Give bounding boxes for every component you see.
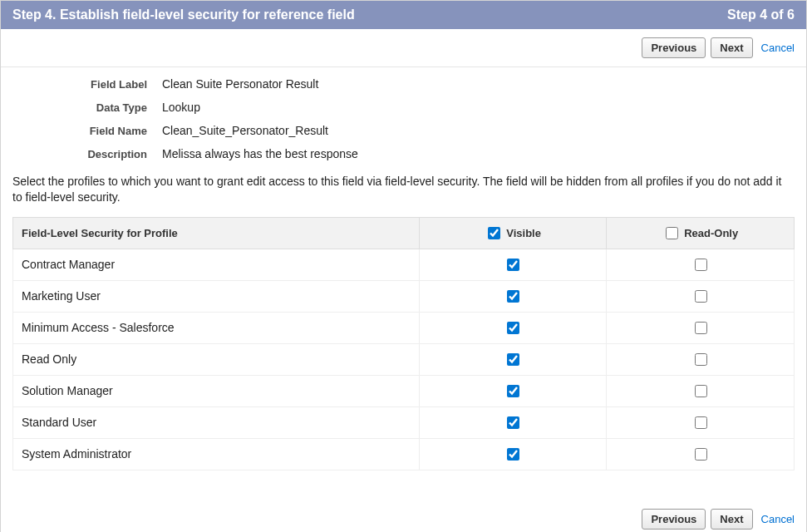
cancel-link[interactable]: Cancel	[761, 513, 795, 525]
wizard-header: Step 4. Establish field-level security f…	[1, 1, 806, 29]
visible-cell	[419, 438, 607, 470]
readonly-checkbox[interactable]	[695, 385, 707, 397]
readonly-cell	[607, 280, 795, 312]
actions-bar-top: Previous Next Cancel	[1, 29, 806, 67]
detail-row-field-label: Field Label Clean Suite Personator Resul…	[12, 72, 795, 96]
col-header-readonly-label: Read-Only	[684, 227, 738, 239]
visible-cell	[419, 249, 607, 280]
visible-cell	[419, 312, 607, 343]
visible-checkbox[interactable]	[507, 259, 519, 271]
wizard-container: Step 4. Establish field-level security f…	[0, 0, 807, 532]
readonly-cell	[607, 406, 795, 438]
readonly-checkbox[interactable]	[695, 416, 707, 429]
visible-checkbox[interactable]	[507, 385, 519, 397]
readonly-checkbox[interactable]	[695, 353, 707, 366]
profile-cell: Marketing User	[13, 280, 420, 312]
actions-bar-bottom: Previous Next Cancel	[1, 499, 806, 532]
previous-button[interactable]: Previous	[642, 509, 706, 530]
detail-label: Field Name	[12, 125, 162, 137]
visible-checkbox[interactable]	[507, 290, 519, 303]
visible-checkbox[interactable]	[507, 448, 519, 461]
table-row: Standard User	[13, 406, 795, 438]
readonly-cell	[607, 375, 795, 406]
detail-label: Data Type	[12, 101, 162, 114]
field-detail-list: Field Label Clean Suite Personator Resul…	[1, 67, 806, 169]
table-row: Contract Manager	[13, 249, 795, 280]
fls-table-wrap: Field-Level Security for Profile Visible…	[1, 217, 806, 470]
col-header-profile: Field-Level Security for Profile	[13, 217, 420, 249]
visible-checkbox[interactable]	[507, 416, 519, 429]
visible-cell	[419, 375, 607, 406]
header-visible-checkbox[interactable]	[488, 227, 500, 239]
detail-label: Field Label	[12, 78, 162, 91]
visible-checkbox[interactable]	[507, 322, 519, 334]
detail-row-description: Description Melissa always has the best …	[12, 142, 795, 165]
detail-label: Description	[12, 148, 162, 160]
profile-cell: Standard User	[13, 406, 420, 438]
visible-cell	[419, 280, 607, 312]
profile-cell: Contract Manager	[13, 249, 420, 280]
instruction-text: Select the profiles to which you want to…	[1, 169, 806, 217]
profile-cell: Minimum Access - Salesforce	[13, 312, 420, 343]
readonly-cell	[607, 438, 795, 470]
readonly-cell	[607, 312, 795, 343]
visible-cell	[419, 406, 607, 438]
detail-value: Clean_Suite_Personator_Result	[162, 124, 328, 137]
profile-cell: Solution Manager	[13, 375, 420, 406]
col-header-readonly: Read-Only	[607, 217, 795, 249]
readonly-checkbox[interactable]	[695, 448, 707, 461]
header-readonly-checkbox[interactable]	[666, 227, 678, 239]
wizard-title: Step 4. Establish field-level security f…	[12, 7, 355, 22]
wizard-progress: Step 4 of 6	[727, 7, 795, 22]
table-row: Marketing User	[13, 280, 795, 312]
detail-value: Clean Suite Personator Result	[162, 77, 318, 91]
table-row: System Administrator	[13, 438, 795, 470]
detail-row-data-type: Data Type Lookup	[12, 96, 795, 119]
previous-button[interactable]: Previous	[642, 37, 706, 58]
spacer	[1, 470, 806, 499]
profile-cell: System Administrator	[13, 438, 420, 470]
table-row: Solution Manager	[13, 375, 795, 406]
table-row: Read Only	[13, 343, 795, 375]
fls-tbody: Contract ManagerMarketing UserMinimum Ac…	[13, 249, 795, 470]
readonly-checkbox[interactable]	[695, 322, 707, 334]
readonly-cell	[607, 249, 795, 280]
profile-cell: Read Only	[13, 343, 420, 375]
detail-row-field-name: Field Name Clean_Suite_Personator_Result	[12, 119, 795, 142]
col-header-visible-label: Visible	[506, 227, 541, 239]
detail-value: Lookup	[162, 101, 200, 114]
detail-value: Melissa always has the best response	[162, 147, 358, 160]
readonly-checkbox[interactable]	[695, 259, 707, 271]
cancel-link[interactable]: Cancel	[761, 42, 795, 54]
table-row: Minimum Access - Salesforce	[13, 312, 795, 343]
readonly-checkbox[interactable]	[695, 290, 707, 303]
visible-cell	[419, 343, 607, 375]
col-header-visible: Visible	[419, 217, 607, 249]
next-button[interactable]: Next	[711, 509, 752, 530]
fls-table: Field-Level Security for Profile Visible…	[12, 217, 795, 470]
visible-checkbox[interactable]	[507, 353, 519, 366]
readonly-cell	[607, 343, 795, 375]
next-button[interactable]: Next	[711, 37, 752, 58]
